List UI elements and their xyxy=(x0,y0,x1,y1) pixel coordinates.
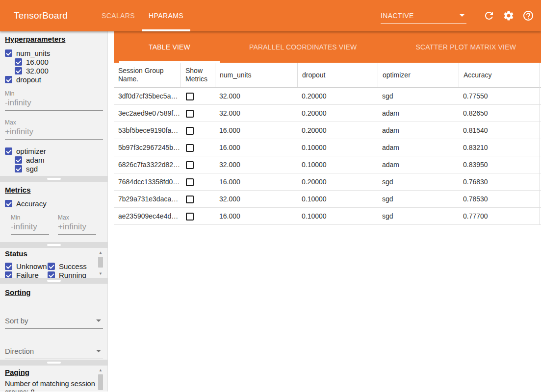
paging-section: Paging Number of matching session groups… xyxy=(0,366,108,392)
value-32-checkbox[interactable] xyxy=(15,67,22,74)
divider-drag-handle[interactable] xyxy=(47,244,61,246)
show-metrics-checkbox[interactable] xyxy=(186,178,194,186)
dropout-cell: 0.20000 xyxy=(297,92,378,100)
section-divider xyxy=(0,176,108,182)
value-16-checkbox[interactable] xyxy=(15,58,22,66)
help-icon[interactable] xyxy=(522,10,534,22)
adam-label: adam xyxy=(26,156,45,164)
failure-checkbox[interactable] xyxy=(5,271,12,278)
table-row: 6826c7fa3322d82… 32.000 0.10000 adam 0.8… xyxy=(114,156,541,173)
topbar-actions: INACTIVE xyxy=(381,0,534,31)
table-row: 5b97f3c2967245b… 16.000 0.10000 adam 0.8… xyxy=(114,139,541,156)
optimizer-cell: sgd xyxy=(378,212,459,220)
table-right-border xyxy=(539,63,540,225)
session-group-table: Session Group Name. Show Metrics num_uni… xyxy=(114,63,541,225)
refresh-icon[interactable] xyxy=(483,10,495,22)
show-metrics-cell xyxy=(180,143,215,151)
optimizer-cell: adam xyxy=(378,161,459,169)
show-metrics-checkbox[interactable] xyxy=(186,110,194,118)
dropout-min-label: Min xyxy=(5,90,107,97)
plugin-nav: SCALARS HPARAMS xyxy=(95,0,190,31)
show-metrics-checkbox[interactable] xyxy=(186,93,194,100)
scroll-up-icon[interactable]: ▲ xyxy=(99,368,103,373)
optimizer-cell: adam xyxy=(378,144,459,151)
run-status-select[interactable]: INACTIVE xyxy=(381,8,466,24)
tab-hparams[interactable]: HPARAMS xyxy=(142,0,190,31)
success-checkbox[interactable] xyxy=(48,263,55,270)
session-group-name-cell: 53bf5bece9190fa… xyxy=(114,126,180,134)
num-units-checkbox[interactable] xyxy=(5,49,12,57)
paging-scrollbar[interactable]: ▲ xyxy=(97,368,104,390)
running-label: Running xyxy=(59,271,86,278)
paging-heading: Paging xyxy=(5,368,107,376)
optimizer-value-sgd: sgd xyxy=(15,164,107,173)
show-metrics-checkbox[interactable] xyxy=(186,127,194,135)
running-checkbox[interactable] xyxy=(48,271,55,278)
scroll-up-icon[interactable]: ▲ xyxy=(99,250,103,255)
accuracy-cell: 0.78530 xyxy=(459,195,541,203)
show-metrics-checkbox[interactable] xyxy=(186,213,194,220)
show-metrics-checkbox[interactable] xyxy=(186,144,194,152)
accuracy-cell: 0.81540 xyxy=(459,126,541,134)
value-32-label: 32.000 xyxy=(26,67,49,75)
show-metrics-cell xyxy=(180,212,215,220)
num-units-cell: 32.000 xyxy=(215,161,297,169)
optimizer-cell: adam xyxy=(378,126,459,134)
scrollbar-thumb[interactable] xyxy=(98,257,103,268)
divider-drag-handle[interactable] xyxy=(47,178,61,180)
status-scrollbar[interactable]: ▲ ▼ xyxy=(97,250,104,276)
dropout-cell: 0.20000 xyxy=(297,126,378,134)
status-unknown: Unknown xyxy=(5,262,48,270)
accuracy-min-input[interactable] xyxy=(11,221,49,235)
accuracy-min-label: Min xyxy=(11,214,50,221)
tab-scatter-plot-matrix-view[interactable]: SCATTER PLOT MATRIX VIEW xyxy=(386,31,541,63)
accuracy-max-label: Max xyxy=(58,214,97,221)
direction-label: Direction xyxy=(5,347,34,355)
direction-select[interactable]: Direction xyxy=(5,347,103,359)
table-row: 3df0d7cf35bec5a… 32.000 0.20000 sgd 0.77… xyxy=(114,88,541,105)
num-units-cell: 16.000 xyxy=(215,144,297,151)
hyperparameters-section: Hyperparameters num_units 16.000 32.000 … xyxy=(0,31,108,176)
tab-scalars[interactable]: SCALARS xyxy=(95,0,142,31)
dropout-min-input[interactable] xyxy=(5,97,103,111)
sgd-checkbox[interactable] xyxy=(15,165,22,172)
gear-icon[interactable] xyxy=(503,10,515,22)
accuracy-cell: 0.83210 xyxy=(459,144,541,151)
num-units-cell: 32.000 xyxy=(215,109,297,117)
adam-checkbox[interactable] xyxy=(15,156,22,164)
divider-drag-handle[interactable] xyxy=(47,362,61,364)
hparam-dropout: dropout xyxy=(5,75,107,84)
show-metrics-checkbox[interactable] xyxy=(186,161,194,169)
accuracy-cell: 0.82650 xyxy=(459,109,541,117)
dropout-checkbox[interactable] xyxy=(5,76,12,83)
dropout-max-input[interactable] xyxy=(5,126,103,140)
dropout-max-label: Max xyxy=(5,119,107,126)
table-row: ae235909ec4e4d… 16.000 0.10000 sgd 0.777… xyxy=(114,208,541,225)
accuracy-max-input[interactable] xyxy=(58,221,96,235)
scroll-down-icon[interactable]: ▼ xyxy=(99,271,103,276)
tab-parallel-coordinates-view[interactable]: PARALLEL COORDINATES VIEW xyxy=(220,31,386,63)
hparam-num-units: num_units xyxy=(5,49,107,57)
optimizer-checkbox[interactable] xyxy=(5,147,12,155)
divider-drag-handle[interactable] xyxy=(47,280,61,282)
chevron-down-icon xyxy=(96,319,101,322)
status-section: Status Unknown Success Failure Running xyxy=(0,248,108,278)
session-group-name-cell: 7b29a731e3daca… xyxy=(114,195,180,203)
col-optimizer: optimizer xyxy=(378,63,459,87)
metrics-heading: Metrics xyxy=(5,186,107,194)
accuracy-checkbox[interactable] xyxy=(5,200,12,207)
app-title: TensorBoard xyxy=(14,10,68,21)
accuracy-label: Accuracy xyxy=(16,199,47,208)
sort-by-select[interactable]: Sort by xyxy=(5,317,103,329)
tab-table-view[interactable]: TABLE VIEW xyxy=(119,31,220,63)
unknown-checkbox[interactable] xyxy=(5,263,12,270)
scrollbar-thumb[interactable] xyxy=(98,374,103,390)
show-metrics-checkbox[interactable] xyxy=(186,196,194,203)
optimizer-value-adam: adam xyxy=(15,155,107,164)
status-success: Success xyxy=(48,262,93,270)
session-group-name-cell: 3ec2aed9e07589f… xyxy=(114,109,180,117)
dropout-label: dropout xyxy=(16,75,41,84)
show-metrics-cell xyxy=(180,92,215,100)
dropout-cell: 0.10000 xyxy=(297,195,378,203)
table-row: 53bf5bece9190fa… 16.000 0.20000 adam 0.8… xyxy=(114,122,541,139)
